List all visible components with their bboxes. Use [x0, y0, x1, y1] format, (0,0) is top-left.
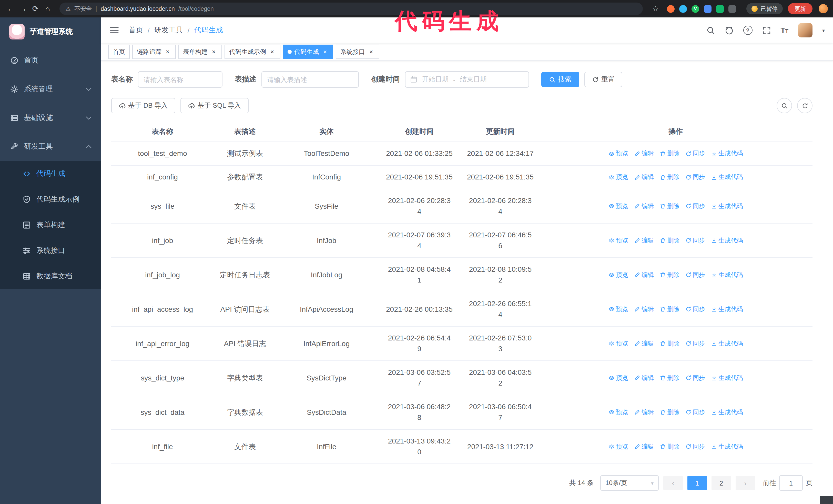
preview-link[interactable]: 预览 — [608, 172, 628, 183]
import-sql-button[interactable]: 基于 SQL 导入 — [181, 98, 249, 113]
sync-link[interactable]: 同步 — [685, 201, 705, 212]
next-page-button[interactable]: › — [736, 476, 755, 490]
extension-icon-5[interactable] — [716, 5, 724, 13]
tab-system-api[interactable]: 系统接口 × — [336, 45, 379, 59]
search-icon[interactable] — [706, 26, 715, 34]
generate-code-link[interactable]: 生成代码 — [711, 338, 743, 349]
generate-code-link[interactable]: 生成代码 — [711, 269, 743, 280]
sync-link[interactable]: 同步 — [685, 373, 705, 383]
preview-link[interactable]: 预览 — [608, 269, 628, 280]
delete-link[interactable]: 删除 — [660, 338, 680, 349]
sidebar-item-system-api[interactable]: 系统接口 — [0, 238, 101, 264]
generate-code-link[interactable]: 生成代码 — [711, 148, 743, 159]
sidebar-item-system[interactable]: 系统管理 — [0, 75, 101, 103]
browser-home-icon[interactable]: ⌂ — [42, 0, 53, 18]
edit-link[interactable]: 编辑 — [634, 373, 654, 383]
generate-code-link[interactable]: 生成代码 — [711, 407, 743, 417]
generate-code-link[interactable]: 生成代码 — [711, 235, 743, 246]
edit-link[interactable]: 编辑 — [634, 407, 654, 417]
tab-home[interactable]: 首页 — [108, 45, 130, 59]
sync-link[interactable]: 同步 — [685, 269, 705, 280]
extension-icon-1[interactable] — [667, 5, 674, 13]
browser-update-button[interactable]: 更新 — [788, 3, 812, 14]
sync-link[interactable]: 同步 — [685, 235, 705, 246]
date-range-picker[interactable]: 开始日期 - 结束日期 — [405, 71, 529, 88]
delete-link[interactable]: 删除 — [660, 172, 680, 183]
import-db-button[interactable]: 基于 DB 导入 — [111, 98, 175, 113]
preview-link[interactable]: 预览 — [608, 373, 628, 383]
generate-code-link[interactable]: 生成代码 — [711, 373, 743, 383]
sidebar-item-devtools[interactable]: 研发工具 — [0, 132, 101, 161]
breadcrumb-devtools[interactable]: 研发工具 — [154, 26, 183, 35]
edit-link[interactable]: 编辑 — [634, 269, 654, 280]
sync-link[interactable]: 同步 — [685, 441, 705, 452]
delete-link[interactable]: 删除 — [660, 148, 680, 159]
sidebar-item-codegen[interactable]: 代码生成 — [0, 161, 101, 187]
breadcrumb-home[interactable]: 首页 — [129, 26, 143, 35]
generate-code-link[interactable]: 生成代码 — [711, 201, 743, 212]
preview-link[interactable]: 预览 — [608, 441, 628, 452]
extension-icon-2[interactable] — [679, 5, 687, 13]
sidebar-item-codegen-example[interactable]: 代码生成示例 — [0, 187, 101, 212]
close-icon[interactable]: × — [269, 48, 276, 55]
browser-back-icon[interactable]: ← — [5, 0, 17, 18]
paused-badge[interactable]: 已暂停 — [746, 3, 783, 14]
tab-codegen-example[interactable]: 代码生成示例 × — [224, 45, 280, 59]
browser-reload-icon[interactable]: ⟳ — [30, 0, 41, 18]
sidebar-item-db-doc[interactable]: 数据库文档 — [0, 264, 101, 289]
delete-link[interactable]: 删除 — [660, 373, 680, 383]
extension-icon-4[interactable] — [704, 5, 712, 13]
table-desc-input[interactable] — [261, 71, 359, 88]
toggle-search-button[interactable] — [777, 98, 792, 113]
prev-page-button[interactable]: ‹ — [663, 476, 683, 490]
app-logo[interactable]: 芋道管理系统 — [0, 18, 101, 46]
close-icon[interactable]: × — [210, 48, 217, 55]
delete-link[interactable]: 删除 — [660, 201, 680, 212]
close-icon[interactable]: × — [322, 48, 329, 55]
close-icon[interactable]: × — [367, 48, 375, 55]
font-size-icon[interactable]: T T — [781, 27, 788, 34]
tab-trace[interactable]: 链路追踪 × — [132, 45, 176, 59]
preview-link[interactable]: 预览 — [608, 235, 628, 246]
address-bar[interactable]: ⚠ 不安全 | dashboard.yudao.iocoder.cn /tool… — [60, 3, 643, 15]
bookmark-star-icon[interactable]: ☆ — [652, 5, 659, 13]
extension-icon-3[interactable]: V — [691, 5, 699, 13]
edit-link[interactable]: 编辑 — [634, 201, 654, 212]
table-name-input[interactable] — [138, 71, 222, 88]
reset-button[interactable]: 重置 — [585, 72, 622, 87]
preview-link[interactable]: 预览 — [608, 338, 628, 349]
browser-forward-icon[interactable]: → — [18, 0, 29, 18]
search-button[interactable]: 搜索 — [541, 72, 579, 87]
edit-link[interactable]: 编辑 — [634, 235, 654, 246]
user-avatar[interactable] — [798, 23, 812, 38]
page-button-2[interactable]: 2 — [712, 476, 731, 490]
goto-page-input[interactable] — [779, 475, 803, 491]
security-label[interactable]: 不安全 — [74, 5, 92, 13]
preview-link[interactable]: 预览 — [608, 201, 628, 212]
generate-code-link[interactable]: 生成代码 — [711, 304, 743, 315]
sync-link[interactable]: 同步 — [685, 407, 705, 417]
close-icon[interactable]: × — [164, 48, 171, 55]
tab-form-builder[interactable]: 表单构建 × — [178, 45, 222, 59]
preview-link[interactable]: 预览 — [608, 407, 628, 417]
delete-link[interactable]: 删除 — [660, 269, 680, 280]
preview-link[interactable]: 预览 — [608, 304, 628, 315]
page-size-select[interactable]: 10条/页 ▾ — [600, 475, 659, 491]
sync-link[interactable]: 同步 — [685, 148, 705, 159]
edit-link[interactable]: 编辑 — [634, 304, 654, 315]
sidebar-item-form-builder[interactable]: 表单构建 — [0, 212, 101, 238]
page-button-1[interactable]: 1 — [687, 476, 707, 490]
avatar-caret-icon[interactable]: ▾ — [822, 27, 825, 33]
help-icon[interactable]: ? — [743, 26, 752, 35]
delete-link[interactable]: 删除 — [660, 304, 680, 315]
sidebar-item-home[interactable]: 首页 — [0, 46, 101, 75]
preview-link[interactable]: 预览 — [608, 148, 628, 159]
sync-link[interactable]: 同步 — [685, 338, 705, 349]
github-icon[interactable] — [724, 26, 733, 34]
sync-link[interactable]: 同步 — [685, 172, 705, 183]
edit-link[interactable]: 编辑 — [634, 441, 654, 452]
tab-codegen[interactable]: 代码生成 × — [283, 45, 333, 59]
edit-link[interactable]: 编辑 — [634, 172, 654, 183]
edit-link[interactable]: 编辑 — [634, 338, 654, 349]
extension-puzzle-icon[interactable] — [729, 5, 736, 13]
